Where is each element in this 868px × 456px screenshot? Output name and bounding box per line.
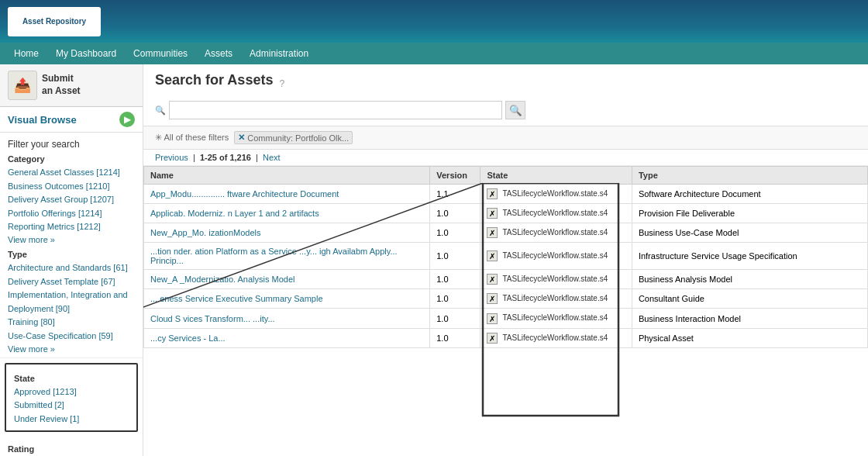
row-state: ✗ TASLifecycleWorkflow.state.s4 [480, 270, 632, 289]
row-version: 1.0 [430, 309, 480, 328]
search-bar: 🔍 🔍 [155, 101, 856, 119]
results-table-wrapper: Name Version State Type A [143, 166, 868, 348]
search-button[interactable]: 🔍 [505, 101, 525, 119]
filter-section: Filter your search Category General Asse… [0, 133, 143, 358]
filter-remove-icon[interactable]: ✕ [238, 133, 245, 143]
nav-administration[interactable]: Administration [242, 45, 316, 62]
row-name-link[interactable]: Cloud S vices Transform... ...ity... [150, 314, 275, 323]
row-type: Physical Asset [632, 328, 867, 347]
submit-label: Submit [42, 73, 81, 85]
visual-browse-arrow[interactable]: ▶ [119, 112, 135, 127]
visual-browse-label[interactable]: Visual Browse [8, 114, 119, 126]
nav-dashboard[interactable]: My Dashboard [48, 45, 124, 62]
row-version: 1.0 [430, 243, 480, 270]
pagination-previous[interactable]: Previous [155, 153, 188, 162]
state-section: State Approved [1213] Submitted [2] Unde… [5, 363, 138, 433]
sidebar: 📤 Submit an Asset Visual Browse ▶ Filter… [0, 64, 143, 456]
row-state: ✗ TASLifecycleWorkflow.state.s4 [480, 309, 632, 328]
state-icon: ✗ [487, 227, 498, 238]
category-view-more[interactable]: View more » [8, 235, 55, 244]
table-row: ...cy Services - La... 1.0 ✗ TASLifecycl… [144, 328, 868, 347]
category-reporting[interactable]: Reporting Metrics [1212] [8, 220, 135, 234]
nav-communities[interactable]: Communities [126, 45, 195, 62]
type-implementation[interactable]: Implementation, Integration and Deployme… [8, 288, 135, 316]
state-icon: ✗ [487, 208, 498, 219]
community-filter-value: Community: Portfolio Olk... [247, 133, 349, 143]
help-icon: ? [279, 78, 284, 89]
pagination-next[interactable]: Next [263, 153, 281, 162]
community-filter-tag[interactable]: ✕ Community: Portfolio Olk... [234, 131, 353, 144]
state-under-review[interactable]: Under Review [1] [14, 413, 129, 427]
state-text: TASLifecycleWorkflow.state.s4 [502, 228, 608, 237]
content-header: Search for Assets ? 🔍 🔍 [143, 64, 868, 126]
category-business-outcomes[interactable]: Business Outcomes [1210] [8, 180, 135, 194]
category-delivery-asset[interactable]: Delivery Asset Group [1207] [8, 193, 135, 207]
table-row: Cloud S vices Transform... ...ity... 1.0… [144, 309, 868, 328]
state-text: TASLifecycleWorkflow.state.s4 [502, 189, 608, 198]
row-name-link[interactable]: App_Modu.............. ftware Architectu… [150, 189, 339, 199]
row-type: Business Interaction Model [632, 309, 867, 328]
row-version: 1.0 [430, 289, 480, 309]
search-prefix-icon: 🔍 [155, 105, 166, 116]
row-name-link[interactable]: ...cy Services - La... [150, 333, 226, 343]
type-view-more[interactable]: View more » [8, 344, 55, 354]
row-version: 1.0 [430, 204, 480, 223]
rating-section: Rating [0, 437, 143, 456]
nav-assets[interactable]: Assets [197, 45, 240, 62]
row-name-link[interactable]: New_App_Mo. izationModels [150, 228, 260, 237]
visual-browse-section: Visual Browse ▶ [0, 107, 143, 133]
category-portfolio[interactable]: Portfolio Offerings [1214] [8, 207, 135, 221]
state-icon: ✗ [487, 293, 498, 304]
nav-home[interactable]: Home [6, 45, 46, 62]
table-row: New_App_Mo. izationModels 1.0 ✗ TASLifec… [144, 223, 868, 243]
row-state: ✗ TASLifecycleWorkflow.state.s4 [480, 185, 632, 204]
type-use-case[interactable]: Use-Case Specification [59] [8, 330, 135, 344]
row-version: 1.0 [430, 270, 480, 289]
header-logo: Asset Repository [8, 7, 101, 36]
row-type: Consultant Guide [632, 289, 867, 309]
row-state: ✗ TASLifecycleWorkflow.state.s4 [480, 289, 632, 309]
table-row: Applicab. Moderniz. n Layer 1 and 2 arti… [144, 204, 868, 223]
row-version: 1.0 [430, 328, 480, 347]
row-type: Software Architecture Document [632, 185, 867, 204]
row-name-link[interactable]: ... eness Service Executive Summary Samp… [150, 294, 323, 303]
state-icon: ✗ [487, 188, 498, 199]
col-header-name: Name [144, 167, 430, 185]
filter-title: Filter your search [8, 139, 135, 150]
col-header-version: Version [430, 167, 480, 185]
category-general-asset[interactable]: General Asset Classes [1214] [8, 166, 135, 180]
table-row: New_A _Modernizatio. Analysis Model 1.0 … [144, 270, 868, 289]
row-name-link[interactable]: ...tion nder. ation Platform as a Servic… [150, 247, 398, 265]
state-icon: ✗ [487, 250, 498, 261]
state-icon: ✗ [487, 313, 498, 324]
row-name-link[interactable]: New_A _Modernizatio. Analysis Model [150, 275, 294, 284]
row-type: Provision File Deliverable [632, 204, 867, 223]
row-type: Business Analysis Model [632, 270, 867, 289]
search-input[interactable] [169, 101, 502, 119]
submit-asset-button[interactable]: 📤 Submit an Asset [0, 64, 143, 107]
pagination: Previous | 1-25 of 1,216 | Next [143, 150, 868, 166]
state-label: State [14, 374, 129, 383]
state-text: TASLifecycleWorkflow.state.s4 [502, 333, 608, 342]
rating-label: Rating [8, 444, 135, 454]
type-delivery-asset[interactable]: Delivery Asset Template [67] [8, 275, 135, 289]
results-table: Name Version State Type A [143, 166, 868, 348]
row-state: ✗ TASLifecycleWorkflow.state.s4 [480, 328, 632, 347]
filter-bar: ✳ All of these filters ✕ Community: Port… [143, 126, 868, 150]
row-name-link[interactable]: Applicab. Moderniz. n Layer 1 and 2 arti… [150, 209, 319, 218]
type-label: Type [8, 250, 135, 259]
page-title: Search for Assets [155, 72, 273, 88]
state-icon: ✗ [487, 333, 498, 344]
state-text: TASLifecycleWorkflow.state.s4 [502, 209, 608, 217]
state-submitted[interactable]: Submitted [2] [14, 399, 129, 413]
type-architecture[interactable]: Architecture and Standards [61] [8, 261, 135, 275]
type-training[interactable]: Training [80] [8, 316, 135, 330]
state-approved[interactable]: Approved [1213] [14, 385, 129, 399]
state-text: TASLifecycleWorkflow.state.s4 [502, 294, 608, 302]
all-filters-label: All of these filters [164, 133, 229, 142]
nav-bar: Home My Dashboard Communities Assets Adm… [0, 43, 868, 64]
row-type: Infrastructure Service Usage Specificati… [632, 243, 867, 270]
table-row: App_Modu.............. ftware Architectu… [144, 185, 868, 204]
submit-sublabel: an Asset [42, 85, 81, 98]
row-state: ✗ TASLifecycleWorkflow.state.s4 [480, 223, 632, 243]
